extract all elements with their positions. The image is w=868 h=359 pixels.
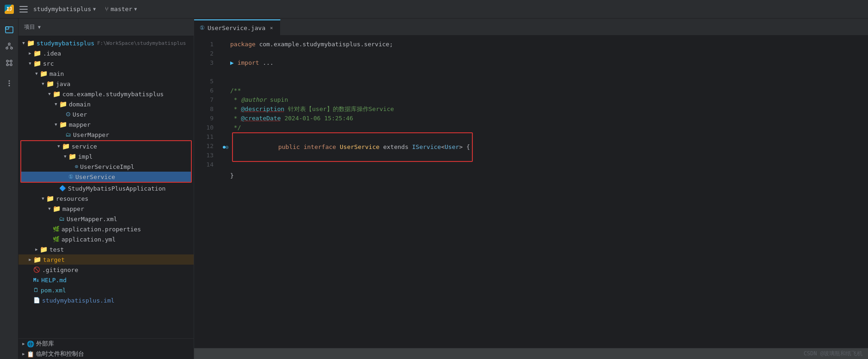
- tree-label-mapper: mapper: [69, 121, 91, 128]
- folder-icon-resources: 📁: [46, 195, 54, 202]
- tree-item-idea[interactable]: ▶ 📁 .idea: [18, 48, 194, 58]
- class-icon-studyapp: 🔷: [59, 185, 66, 192]
- tree-item-usermapper-xml[interactable]: 🗂 UserMapper.xml: [18, 214, 194, 224]
- tree-arrow-res-mapper: ▼: [46, 206, 53, 211]
- panel-title: 项目: [24, 23, 35, 31]
- interface-icon-userservice: ①: [68, 173, 73, 180]
- tree-item-help[interactable]: M↓ HELP.md: [18, 275, 194, 285]
- tree-item-userservice[interactable]: ① UserService: [21, 172, 191, 182]
- panel-header: 项目 ▼: [18, 19, 194, 36]
- tree-arrow-root: ▼: [20, 41, 27, 45]
- tree-item-app-prop[interactable]: 🌿 application.properties: [18, 224, 194, 234]
- code-line-2: [223, 49, 862, 58]
- tree-item-impl[interactable]: ▼ 📁 impl: [21, 151, 191, 161]
- tree-item-user[interactable]: ⊙ User: [18, 109, 194, 119]
- tree-arrow-service: ▼: [55, 144, 62, 149]
- svg-point-16: [8, 83, 10, 84]
- code-line-14: [223, 180, 862, 190]
- tree-item-src[interactable]: ▼ 📁 src: [18, 58, 194, 68]
- tab-close-button[interactable]: ×: [268, 25, 275, 31]
- code-line-11: ●◎ public interface UserService extends …: [223, 132, 862, 162]
- tree-item-test[interactable]: ▶ 📁 test: [18, 244, 194, 254]
- hamburger-menu[interactable]: [19, 6, 28, 12]
- code-line-12: [223, 162, 862, 171]
- tree-item-scratches[interactable]: ▶ 📋 临时文件和控制台: [18, 349, 194, 359]
- tree-item-gitignore[interactable]: 🚫 .gitignore: [18, 265, 194, 275]
- tree-item-userserviceimpl[interactable]: ⊙ UserServiceImpl: [21, 161, 191, 172]
- code-line-6: /**: [223, 86, 862, 95]
- sidebar-icon-project[interactable]: [2, 22, 17, 37]
- code-line-7: * @author supin: [223, 95, 862, 105]
- tree-item-main[interactable]: ▼ 📁 main: [18, 68, 194, 79]
- tree-label-user: User: [73, 111, 87, 118]
- tree-item-app-yml[interactable]: 🌿 application.yml: [18, 234, 194, 244]
- scratches-icon: 📋: [27, 351, 34, 358]
- tree-arrow-target: ▶: [27, 257, 33, 262]
- project-name: studymybatisplus: [33, 6, 91, 12]
- svg-point-7: [6, 60, 8, 62]
- folder-icon-test: 📁: [40, 246, 48, 253]
- app-logo: IJ: [5, 5, 14, 14]
- tree-label-app-prop: application.properties: [61, 226, 141, 233]
- yaml-icon: 🌿: [53, 236, 60, 242]
- code-content[interactable]: package com.example.studymybatisplus.ser…: [217, 36, 868, 348]
- folder-icon-com: 📁: [53, 90, 61, 98]
- tree-item-com[interactable]: ▼ 📁 com.example.studymybatisplus: [18, 89, 194, 99]
- tree-label-target: target: [43, 256, 65, 263]
- tree-label-resources: resources: [56, 195, 88, 202]
- tree-arrow-main: ▼: [33, 71, 40, 76]
- tree-label-service: service: [72, 143, 97, 150]
- code-editor: 1 2 3 5 6 7 8 9 10 11 12 13 14 package c…: [194, 36, 868, 348]
- tree-item-target[interactable]: ▶ 📁 target: [18, 254, 194, 265]
- folder-icon-main: 📁: [40, 70, 48, 77]
- tree-item-java[interactable]: ▼ 📁 java: [18, 79, 194, 89]
- iml-icon: 📄: [33, 297, 40, 303]
- code-line-4: [223, 68, 862, 77]
- tree-label-scratches: 临时文件和控制台: [36, 350, 84, 358]
- tree-label-userservice: UserService: [75, 173, 115, 180]
- folder-icon-java: 📁: [46, 80, 54, 87]
- svg-line-6: [9, 45, 12, 47]
- tree-item-external-libs[interactable]: ▶ 🌐 外部库: [18, 339, 194, 349]
- svg-line-5: [7, 45, 9, 47]
- tree-item-iml[interactable]: 📄 studymybatisplus.iml: [18, 295, 194, 305]
- svg-rect-1: [6, 27, 9, 29]
- tree-item-service[interactable]: ▼ 📁 service: [21, 141, 191, 151]
- tree-label-pom: pom.xml: [41, 287, 66, 294]
- tree-item-studyapp[interactable]: 🔷 StudyMybatisPlusApplication: [18, 183, 194, 193]
- markdown-icon: M↓: [33, 277, 39, 283]
- project-selector[interactable]: studymybatisplus ▼: [33, 6, 96, 12]
- folder-icon-service: 📁: [62, 142, 70, 150]
- tree-arrow-test: ▶: [33, 247, 40, 252]
- tree-item-root[interactable]: ▼ 📁 studymybatisplus F:\WorkSpace\studym…: [18, 38, 194, 48]
- branch-selector[interactable]: ⑂ master ▼: [105, 6, 137, 12]
- svg-point-15: [8, 80, 10, 82]
- tree-item-pom[interactable]: 🗒 pom.xml: [18, 285, 194, 295]
- project-dropdown-icon: ▼: [93, 6, 96, 12]
- tree-item-res-mapper[interactable]: ▼ 📁 mapper: [18, 204, 194, 214]
- tree-label-test: test: [49, 246, 64, 253]
- tree-label-iml: studymybatisplus.iml: [42, 297, 115, 304]
- tree-arrow-mapper: ▼: [53, 122, 59, 127]
- tree-label-root: studymybatisplus: [37, 40, 94, 47]
- tree-bottom-section: ▶ 🌐 外部库 ▶ 📋 临时文件和控制台: [18, 338, 194, 359]
- sidebar-icon-structure[interactable]: [2, 39, 17, 54]
- folder-icon-res-mapper: 📁: [53, 205, 61, 212]
- svg-point-3: [6, 47, 8, 49]
- tree-label-usermapper: UserMapper: [73, 131, 109, 138]
- sidebar-icon-nodes[interactable]: [2, 56, 17, 70]
- tree-item-usermapper[interactable]: 🗂 UserMapper: [18, 130, 194, 140]
- folder-icon-impl: 📁: [68, 153, 76, 160]
- tree-label-app-yml: application.yml: [61, 236, 116, 243]
- svg-point-8: [10, 60, 12, 62]
- line-numbers: 1 2 3 5 6 7 8 9 10 11 12 13 14: [194, 36, 217, 348]
- file-tree-panel: 项目 ▼ ▼ 📁 studymybatisplus F:\WorkSpace\s…: [18, 19, 194, 359]
- service-annotation-box: ▼ 📁 service ▼ 📁 impl ⊙ UserServiceImpl: [20, 140, 192, 183]
- tree-item-mapper[interactable]: ▼ 📁 mapper: [18, 119, 194, 130]
- tree-item-resources[interactable]: ▼ 📁 resources: [18, 193, 194, 204]
- tree-item-domain[interactable]: ▼ 📁 domain: [18, 99, 194, 109]
- sidebar-icon-more[interactable]: [2, 76, 17, 91]
- editor-tab-userservice[interactable]: ① UserService.java ×: [194, 19, 281, 35]
- panel-dropdown-icon[interactable]: ▼: [38, 25, 41, 30]
- tree-label-res-mapper: mapper: [62, 205, 84, 212]
